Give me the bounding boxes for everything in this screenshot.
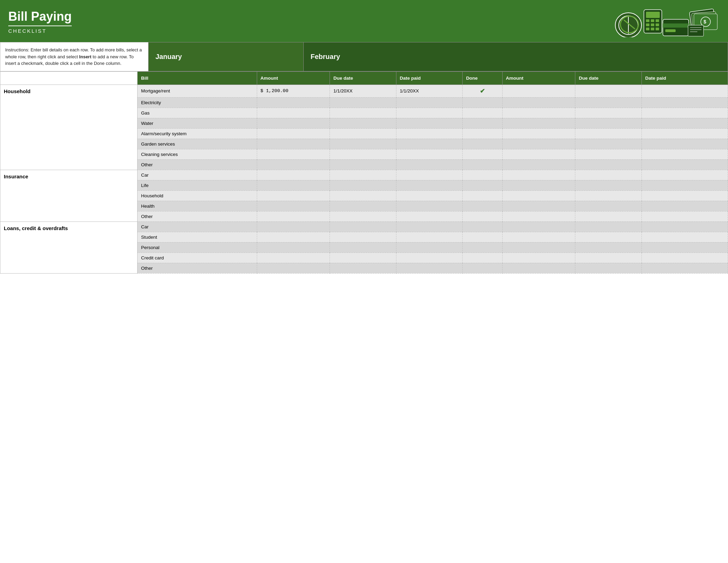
duedate-cell-feb[interactable] — [575, 190, 641, 201]
amount-cell-feb[interactable] — [502, 211, 575, 221]
duedate-cell-feb[interactable] — [575, 263, 641, 273]
duedate-cell-jan[interactable] — [330, 263, 396, 273]
datepaid-cell-jan[interactable] — [396, 108, 462, 118]
datepaid-cell-feb[interactable] — [641, 149, 728, 159]
duedate-cell-jan[interactable] — [330, 149, 396, 159]
done-cell-jan[interactable] — [463, 139, 502, 149]
datepaid-cell-feb[interactable] — [641, 201, 728, 211]
duedate-cell-jan[interactable] — [330, 170, 396, 180]
datepaid-cell-feb[interactable] — [641, 242, 728, 253]
amount-cell-jan[interactable] — [257, 139, 330, 149]
done-cell-jan[interactable] — [463, 108, 502, 118]
amount-cell-feb[interactable] — [502, 180, 575, 190]
datepaid-cell-jan[interactable] — [396, 201, 462, 211]
duedate-cell-jan[interactable] — [330, 180, 396, 190]
duedate-cell-feb[interactable] — [575, 221, 641, 232]
amount-cell-jan[interactable] — [257, 201, 330, 211]
datepaid-cell-feb[interactable] — [641, 159, 728, 170]
bill-cell[interactable]: Credit card — [138, 253, 257, 263]
datepaid-cell-feb[interactable] — [641, 253, 728, 263]
amount-cell-jan[interactable] — [257, 108, 330, 118]
bill-cell[interactable]: Alarm/security system — [138, 128, 257, 139]
amount-cell-jan[interactable] — [257, 97, 330, 108]
datepaid-cell-feb[interactable] — [641, 97, 728, 108]
table-row[interactable]: InsuranceCar — [0, 170, 728, 180]
datepaid-cell-jan[interactable]: 1/1/20XX — [396, 85, 462, 97]
done-cell-jan[interactable] — [463, 263, 502, 273]
duedate-cell-jan[interactable] — [330, 221, 396, 232]
datepaid-cell-jan[interactable] — [396, 263, 462, 273]
datepaid-cell-feb[interactable] — [641, 139, 728, 149]
amount-cell-feb[interactable] — [502, 253, 575, 263]
datepaid-cell-feb[interactable] — [641, 180, 728, 190]
done-cell-jan[interactable] — [463, 221, 502, 232]
datepaid-cell-feb[interactable] — [641, 128, 728, 139]
duedate-cell-feb[interactable] — [575, 149, 641, 159]
amount-cell-jan[interactable]: $ 1,200.00 — [257, 85, 330, 97]
duedate-cell-jan[interactable] — [330, 139, 396, 149]
datepaid-cell-feb[interactable] — [641, 211, 728, 221]
duedate-cell-feb[interactable] — [575, 201, 641, 211]
amount-cell-feb[interactable] — [502, 128, 575, 139]
amount-cell-jan[interactable] — [257, 180, 330, 190]
bill-cell[interactable]: Personal — [138, 242, 257, 253]
bill-cell[interactable]: Car — [138, 221, 257, 232]
duedate-cell-jan[interactable] — [330, 211, 396, 221]
amount-cell-jan[interactable] — [257, 242, 330, 253]
done-cell-jan[interactable] — [463, 159, 502, 170]
duedate-cell-jan[interactable] — [330, 253, 396, 263]
done-cell-jan[interactable] — [463, 97, 502, 108]
bill-cell[interactable]: Health — [138, 201, 257, 211]
amount-cell-jan[interactable] — [257, 263, 330, 273]
bill-cell[interactable]: Other — [138, 211, 257, 221]
amount-cell-jan[interactable] — [257, 221, 330, 232]
duedate-cell-feb[interactable] — [575, 108, 641, 118]
amount-cell-feb[interactable] — [502, 85, 575, 97]
duedate-cell-jan[interactable] — [330, 190, 396, 201]
duedate-cell-jan[interactable]: 1/1/20XX — [330, 85, 396, 97]
duedate-cell-feb[interactable] — [575, 232, 641, 242]
bill-cell[interactable]: Water — [138, 118, 257, 128]
bill-cell[interactable]: Household — [138, 190, 257, 201]
duedate-cell-jan[interactable] — [330, 242, 396, 253]
bill-cell[interactable]: Electricity — [138, 97, 257, 108]
datepaid-cell-jan[interactable] — [396, 118, 462, 128]
table-row[interactable]: Loans, credit & overdraftsCar — [0, 221, 728, 232]
duedate-cell-feb[interactable] — [575, 180, 641, 190]
amount-cell-feb[interactable] — [502, 149, 575, 159]
duedate-cell-feb[interactable] — [575, 118, 641, 128]
duedate-cell-feb[interactable] — [575, 85, 641, 97]
duedate-cell-feb[interactable] — [575, 253, 641, 263]
datepaid-cell-feb[interactable] — [641, 190, 728, 201]
datepaid-cell-jan[interactable] — [396, 180, 462, 190]
amount-cell-jan[interactable] — [257, 232, 330, 242]
duedate-cell-jan[interactable] — [330, 108, 396, 118]
amount-cell-jan[interactable] — [257, 159, 330, 170]
datepaid-cell-feb[interactable] — [641, 232, 728, 242]
duedate-cell-jan[interactable] — [330, 128, 396, 139]
amount-cell-feb[interactable] — [502, 190, 575, 201]
datepaid-cell-jan[interactable] — [396, 221, 462, 232]
bill-cell[interactable]: Garden services — [138, 139, 257, 149]
amount-cell-feb[interactable] — [502, 108, 575, 118]
amount-cell-jan[interactable] — [257, 170, 330, 180]
datepaid-cell-feb[interactable] — [641, 108, 728, 118]
amount-cell-feb[interactable] — [502, 139, 575, 149]
bill-cell[interactable]: Life — [138, 180, 257, 190]
done-cell-jan[interactable] — [463, 211, 502, 221]
duedate-cell-feb[interactable] — [575, 97, 641, 108]
duedate-cell-feb[interactable] — [575, 128, 641, 139]
amount-cell-feb[interactable] — [502, 232, 575, 242]
done-cell-jan[interactable] — [463, 232, 502, 242]
done-cell-jan[interactable] — [463, 170, 502, 180]
datepaid-cell-jan[interactable] — [396, 242, 462, 253]
bill-cell[interactable]: Student — [138, 232, 257, 242]
duedate-cell-jan[interactable] — [330, 232, 396, 242]
done-cell-jan[interactable] — [463, 128, 502, 139]
amount-cell-feb[interactable] — [502, 263, 575, 273]
amount-cell-jan[interactable] — [257, 128, 330, 139]
datepaid-cell-feb[interactable] — [641, 170, 728, 180]
datepaid-cell-jan[interactable] — [396, 159, 462, 170]
done-cell-jan[interactable]: ✔ — [463, 85, 502, 97]
bill-cell[interactable]: Other — [138, 159, 257, 170]
